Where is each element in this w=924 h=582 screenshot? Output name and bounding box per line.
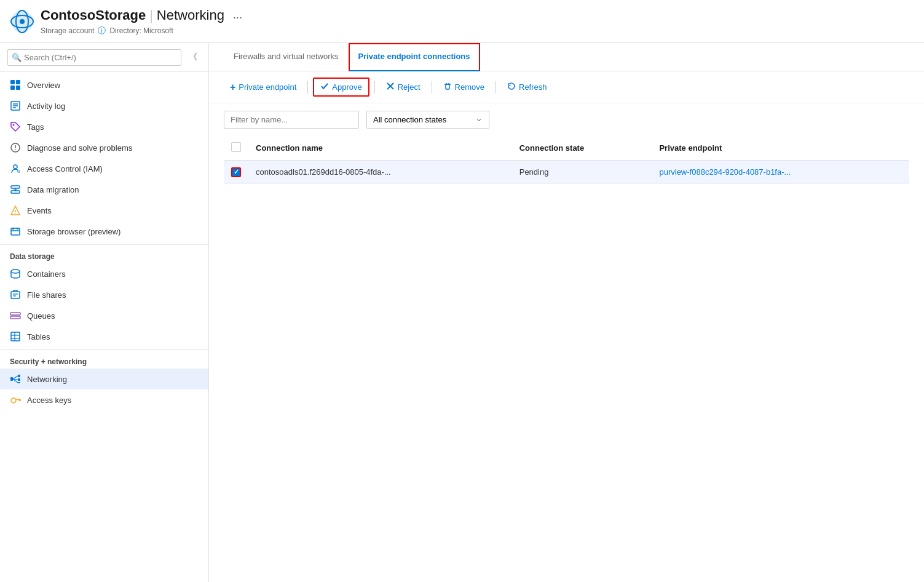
table-header-checkbox [224,136,248,161]
select-all-checkbox[interactable] [231,142,241,152]
sidebar-search-input[interactable] [7,49,181,66]
sidebar-item-file-shares-label: File shares [27,290,66,300]
sidebar-item-overview[interactable]: Overview [0,74,208,95]
sidebar-item-access-control-label: Access Control (IAM) [27,164,103,173]
connection-state-filter[interactable]: All connection states Approved Pending R… [366,111,489,129]
row-checkbox[interactable] [231,167,241,177]
svg-point-3 [20,19,25,24]
x-icon [386,82,395,92]
section-header-data-storage: Data storage [0,244,208,263]
file-shares-icon [10,289,21,300]
sidebar-item-diagnose[interactable]: Diagnose and solve problems [0,137,208,158]
main-content: Firewalls and virtual networks Private e… [209,43,924,582]
diagnose-icon [10,142,21,153]
sidebar-item-networking[interactable]: Networking [0,369,208,389]
check-icon [320,82,329,92]
sidebar-item-events-label: Events [27,206,52,215]
remove-button[interactable]: Remove [437,79,491,95]
sidebar-item-overview-label: Overview [27,81,60,90]
svg-rect-40 [10,377,13,381]
sidebar-navigation: Overview Activity log Tags [0,72,208,582]
row-checkbox-cell[interactable] [224,161,248,184]
sidebar-item-access-keys-label: Access keys [27,396,71,405]
svg-point-16 [14,165,17,169]
svg-rect-20 [11,186,20,188]
trash-icon [443,82,452,92]
sidebar-item-tables-label: Tables [27,332,50,341]
tab-firewalls[interactable]: Firewalls and virtual networks [224,43,349,71]
tables-icon [10,331,21,342]
tab-private-endpoints[interactable]: Private endpoint connections [349,43,480,71]
reject-button[interactable]: Reject [380,79,427,95]
activity-log-icon [10,100,21,111]
svg-rect-6 [10,86,15,90]
name-filter-input[interactable] [224,111,359,129]
sidebar-item-tags-label: Tags [27,122,44,132]
networking-icon [10,373,21,385]
approve-button[interactable]: Approve [313,78,369,97]
sidebar-item-tags[interactable]: Tags [0,116,208,137]
svg-point-15 [15,149,16,151]
connections-table-container: Connection name Connection state Private… [209,136,924,582]
svg-rect-7 [16,86,20,90]
sidebar-item-file-shares[interactable]: File shares [0,284,208,305]
section-header-security-networking: Security + networking [0,349,208,369]
svg-rect-28 [12,228,14,229]
svg-line-44 [13,376,18,379]
sidebar-item-access-keys[interactable]: Access keys [0,389,208,410]
data-migration-icon [10,184,21,195]
queues-icon [10,310,21,321]
access-keys-icon [10,394,21,405]
sidebar-item-storage-browser[interactable]: Storage browser (preview) [0,221,208,242]
search-icon: 🔍 [12,53,22,62]
app-logo [10,9,34,34]
storage-browser-icon [10,226,21,237]
resource-name: ContosoStorage [41,7,146,23]
svg-rect-34 [10,313,20,315]
action-toolbar: + Private endpoint Approve Reject [209,71,924,103]
tab-bar: Firewalls and virtual networks Private e… [209,43,924,71]
sidebar-item-containers-label: Containers [27,269,66,279]
svg-point-25 [15,213,16,214]
svg-point-12 [13,124,15,126]
svg-rect-4 [10,80,15,84]
svg-point-30 [11,269,20,273]
sidebar-item-events[interactable]: Events [0,200,208,221]
toolbar-separator-1 [307,81,308,94]
access-control-icon [10,163,21,174]
svg-rect-42 [18,378,20,381]
sidebar-item-access-control[interactable]: Access Control (IAM) [0,158,208,179]
sidebar-item-data-migration-label: Data migration [27,185,79,194]
header-title-group: ContosoStorage | Networking ... Storage … [41,6,247,36]
connections-table: Connection name Connection state Private… [224,136,909,184]
sidebar-item-data-migration[interactable]: Data migration [0,179,208,200]
add-private-endpoint-button[interactable]: + Private endpoint [224,79,302,96]
page-title: Networking [157,7,224,23]
containers-icon [10,268,21,279]
sidebar: 🔍 《 Overview Activity log [0,43,209,582]
sidebar-collapse-button[interactable]: 《 [185,48,201,66]
refresh-button[interactable]: Refresh [501,79,553,95]
sidebar-item-activity-log[interactable]: Activity log [0,95,208,116]
svg-rect-53 [446,84,449,89]
sidebar-item-queues[interactable]: Queues [0,305,208,326]
sidebar-item-tables[interactable]: Tables [0,326,208,347]
toolbar-separator-2 [374,81,375,94]
svg-rect-5 [16,80,20,84]
tags-icon [10,121,21,132]
sidebar-item-networking-label: Networking [27,375,67,384]
overview-icon [10,79,21,90]
resource-type-label: Storage account [41,26,94,35]
svg-rect-29 [17,228,18,229]
private-endpoint-link[interactable]: purview-f088c294-920d-4087-b1fa-... [659,167,791,177]
svg-rect-41 [18,375,20,377]
column-header-connection-name: Connection name [248,136,512,161]
filter-row: All connection states Approved Pending R… [209,103,924,136]
svg-point-47 [11,398,16,403]
svg-rect-43 [18,382,20,383]
connection-name-cell: contosoadls01.f269dd16-0805-4fda-... [248,161,512,184]
sidebar-item-containers[interactable]: Containers [0,263,208,284]
directory-label: Directory: Microsoft [109,26,173,35]
app-header: ContosoStorage | Networking ... Storage … [0,0,924,43]
header-ellipsis-button[interactable]: ... [228,6,247,24]
